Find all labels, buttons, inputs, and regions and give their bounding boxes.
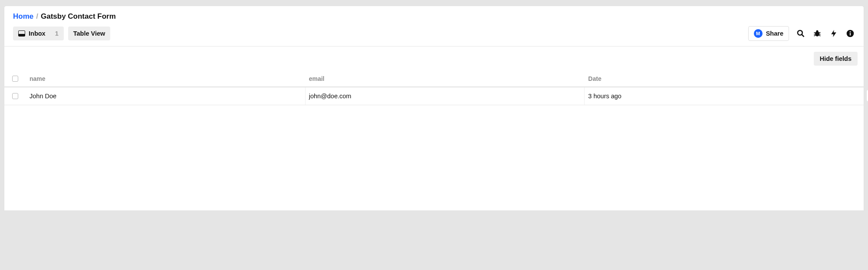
inbox-tab[interactable]: Inbox 1 [13, 27, 64, 40]
svg-line-6 [814, 35, 815, 36]
table-view-tab[interactable]: Table View [68, 27, 111, 40]
info-button[interactable] [845, 29, 855, 38]
svg-line-7 [819, 33, 820, 33]
svg-rect-12 [850, 33, 851, 36]
hide-fields-button[interactable]: Hide fields [814, 52, 858, 66]
column-header-email[interactable]: email [306, 71, 585, 87]
cell-date: 3 hours ago [585, 87, 864, 105]
table-header-row: name email Date [4, 71, 864, 87]
bug-icon [813, 29, 822, 38]
info-icon [846, 29, 855, 38]
table-row[interactable]: John Doe john@doe.com 3 hours ago [4, 87, 864, 105]
lightning-icon [829, 29, 838, 38]
row-checkbox[interactable] [12, 93, 18, 99]
svg-line-9 [819, 35, 820, 36]
svg-point-11 [850, 31, 851, 33]
svg-line-1 [802, 35, 804, 37]
svg-line-4 [814, 33, 815, 33]
breadcrumb-home-link[interactable]: Home [13, 12, 33, 21]
inbox-icon [18, 30, 25, 37]
svg-point-3 [816, 30, 819, 33]
select-all-checkbox[interactable] [12, 76, 18, 82]
breadcrumb: Home / Gatsby Contact Form [13, 12, 855, 21]
breadcrumb-separator: / [36, 12, 38, 21]
share-label: Share [766, 30, 783, 37]
cell-email: john@doe.com [306, 87, 585, 105]
download-row-button[interactable] [866, 90, 868, 102]
share-avatar-badge: M [754, 29, 763, 38]
search-icon [796, 29, 805, 38]
share-button[interactable]: M Share [748, 26, 789, 41]
inbox-count: 1 [49, 30, 59, 37]
column-header-date[interactable]: Date [585, 71, 864, 87]
cell-name: John Doe [26, 87, 306, 105]
data-table: name email Date John Doe john@doe.com 3 … [4, 71, 864, 105]
breadcrumb-current: Gatsby Contact Form [41, 12, 116, 21]
bug-button[interactable] [812, 29, 822, 38]
search-button[interactable] [796, 29, 806, 38]
column-header-name[interactable]: name [26, 71, 306, 87]
lightning-button[interactable] [829, 29, 838, 38]
table-view-label: Table View [73, 30, 105, 37]
inbox-label: Inbox [29, 30, 46, 37]
svg-point-0 [798, 30, 802, 35]
